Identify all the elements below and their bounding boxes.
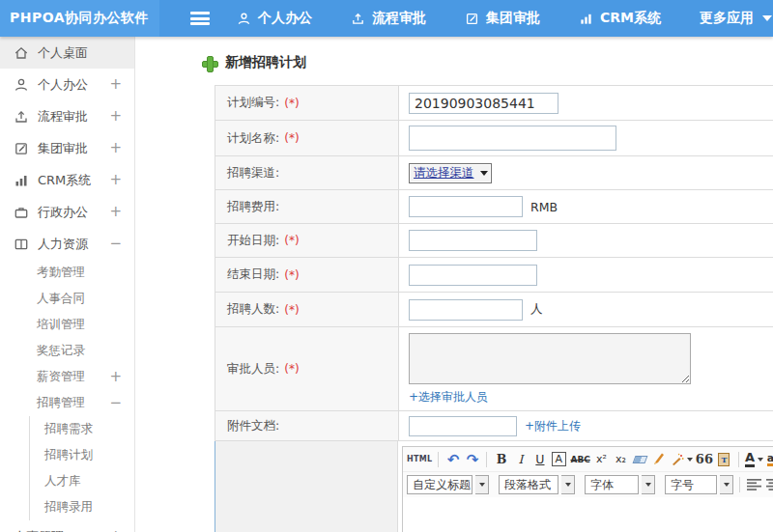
collapse-icon[interactable]: − [109,396,122,410]
undo-icon[interactable]: ↶ [444,450,461,468]
collapse-icon[interactable]: − [109,237,122,251]
paste-icon[interactable]: T [716,450,732,468]
form-row-start-date: 开始日期:(*) [215,224,773,258]
expand-icon[interactable]: + [109,173,122,187]
workflow-icon [14,109,29,125]
bold-button[interactable]: B [493,450,509,468]
required-marker: (*) [284,268,299,282]
top-navbar: PHPOA协同办公软件 个人办公 流程审批 集团审批 CRM系统 更多应用 [0,0,773,37]
blockquote-button[interactable]: 66 [696,450,713,468]
redo-icon[interactable]: ↷ [464,450,480,468]
sidebar-item-personnel-mgmt[interactable]: 人事管理 + [0,520,134,532]
end-date-input[interactable] [409,265,537,286]
sidebar-item-recruit-hire[interactable]: 招聘录用 [30,494,134,520]
chevron-down-icon [762,15,772,21]
select-arrow-icon [480,171,488,176]
strikethrough-button[interactable]: ABC [570,450,589,468]
sidebar-item-personal-office[interactable]: 个人办公 + [0,69,134,100]
sidebar-item-crm-system[interactable]: CRM系统 + [0,164,134,196]
chevron-down-icon [758,458,763,462]
field-label: 计划名称: [227,130,279,147]
font-color-button[interactable]: A [745,450,763,468]
approval-edit-icon [14,141,29,156]
fee-input[interactable] [409,196,523,217]
sidebar-item-recruit-plan[interactable]: 招聘计划 [30,442,134,468]
plan-name-input[interactable] [409,126,616,151]
required-marker: (*) [284,97,299,110]
sidebar-item-group-approval[interactable]: 集团审批 + [0,132,134,164]
sidebar-item-workflow-approval[interactable]: 流程审批 + [0,100,134,132]
highlight-color-button[interactable]: ab [766,450,773,468]
format-brush-icon[interactable] [651,450,668,468]
html-source-button[interactable]: HTML [407,450,432,468]
sidebar-item-salary[interactable]: 薪资管理+ [0,364,134,390]
paragraph-format-dropdown[interactable]: 段落格式 [499,475,558,494]
sidebar-item-rewards[interactable]: 奖惩记录 [0,338,134,364]
sidebar-item-talent-pool[interactable]: 人才库 [30,468,134,494]
plan-number-input[interactable] [409,93,558,114]
required-marker: (*) [284,131,299,145]
dropdown-arrow-icon[interactable] [561,475,575,494]
form-row-editor: HTML ↶ ↷ B I U A ABC x² [215,441,773,532]
fee-unit: RMB [530,200,558,214]
expand-icon[interactable]: + [109,370,122,384]
recruit-plan-form: 计划编号:(*) 计划名称:(*) 招聘渠道: 请选择渠道 [215,85,773,532]
font-size-dropdown[interactable]: 字号 [665,475,717,494]
bar-chart-icon [579,12,593,26]
font-style-button[interactable]: A [552,452,566,466]
sidebar-item-training[interactable]: 培训管理 [0,312,134,338]
nav-crm-system[interactable]: CRM系统 [579,10,661,27]
underline-button[interactable]: U [531,450,548,468]
bar-chart-icon [14,173,29,188]
align-left-icon[interactable] [746,476,762,494]
sidebar-item-admin-office[interactable]: 行政办公 + [0,196,134,228]
app-logo[interactable]: PHPOA协同办公软件 [0,0,159,37]
align-center-icon[interactable] [765,476,773,494]
font-family-dropdown[interactable]: 字体 [585,475,639,494]
nav-personal-office[interactable]: 个人办公 [237,10,312,27]
nav-workflow-approval[interactable]: 流程审批 [351,10,426,27]
attachment-input[interactable] [409,416,517,436]
headcount-input[interactable] [409,299,523,321]
sidebar-item-recruit-demand[interactable]: 招聘需求 [30,416,134,442]
eraser-icon[interactable] [632,450,648,468]
expand-icon[interactable]: + [109,141,122,155]
subscript-button[interactable]: x₂ [613,450,629,468]
nav-group-approval[interactable]: 集团审批 [465,10,540,27]
nav-more-apps[interactable]: 更多应用 [700,10,772,27]
expand-icon[interactable]: + [109,205,122,219]
dropdown-arrow-icon[interactable] [720,475,733,494]
superscript-button[interactable]: x² [593,450,610,468]
approvers-textarea[interactable] [409,333,691,384]
dropdown-arrow-icon[interactable] [475,475,489,494]
dropdown-arrow-icon[interactable] [642,475,655,494]
sidebar-item-hr[interactable]: 人力资源 − [0,228,134,260]
sidebar-item-hr-contract[interactable]: 人事合同 [0,286,134,312]
form-row-end-date: 结束日期:(*) [215,258,773,293]
content-area: 新增招聘计划 计划编号:(*) 计划名称:(*) 招聘渠道: 请选择渠道 [135,37,773,532]
form-row-plan-number: 计划编号:(*) [215,86,773,121]
book-icon [14,237,29,252]
menu-icon[interactable] [190,12,210,25]
attachment-upload-link[interactable]: +附件上传 [525,418,581,434]
auto-format-icon[interactable] [671,450,693,468]
sidebar-item-attendance[interactable]: 考勤管理 [0,260,134,286]
expand-icon[interactable]: + [109,109,122,124]
field-label: 招聘人数: [227,301,279,318]
form-row-fee: 招聘费用: RMB [215,190,773,224]
custom-title-dropdown[interactable]: 自定义标题 [407,475,472,494]
field-label: 招聘费用: [227,199,279,215]
approval-edit-icon [465,12,479,26]
field-label: 审批人员: [227,361,279,378]
field-label: 开始日期: [227,233,279,249]
editor-content-area[interactable] [403,497,773,532]
channel-select[interactable]: 请选择渠道 [409,163,492,183]
sidebar-item-recruit-mgmt[interactable]: 招聘管理− [0,390,134,416]
expand-icon[interactable]: + [109,77,122,92]
choose-approvers-link[interactable]: +选择审批人员 [409,389,488,406]
hr-submenu: 考勤管理 人事合同 培训管理 奖惩记录 薪资管理+ 招聘管理− 招聘需求 招聘计… [0,260,134,520]
start-date-input[interactable] [409,230,537,251]
italic-button[interactable]: I [512,450,529,468]
required-marker: (*) [284,234,299,247]
sidebar-item-desktop[interactable]: 个人桌面 [0,37,134,69]
